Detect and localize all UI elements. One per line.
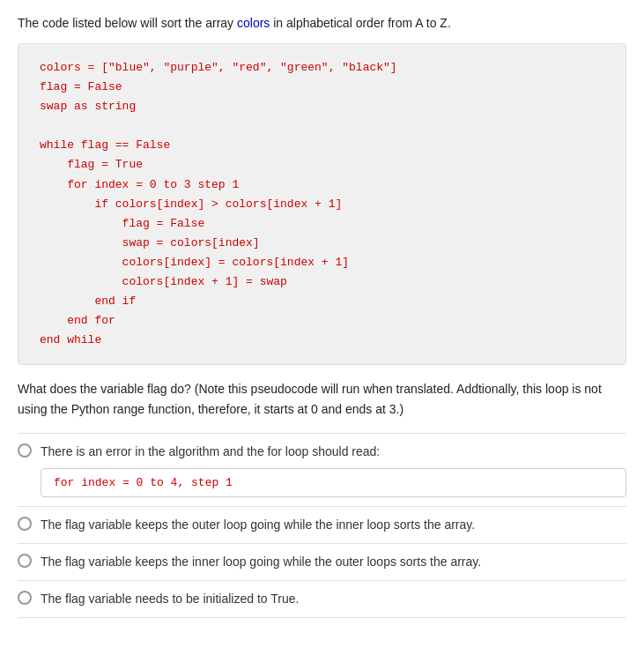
option-text: The flag variable keeps the inner loop g… [41, 553, 481, 571]
option-item: The flag variable keeps the inner loop g… [18, 543, 626, 580]
code-line: for index = 0 to 3 step 1 [40, 175, 604, 195]
code-line: if colors[index] > colors[index + 1] [40, 195, 604, 214]
highlight-word: colors [237, 16, 270, 30]
code-line: flag = True [40, 155, 604, 175]
option-label-row: The flag variable keeps the outer loop g… [18, 516, 626, 534]
code-line: flag = False [40, 214, 604, 234]
code-block: colors = ["blue", "purple", "red", "gree… [18, 43, 626, 365]
code-line [40, 116, 604, 136]
option-item: There is an error in the algorithm and t… [18, 433, 626, 506]
code-line: colors[index] = colors[index + 1] [40, 253, 604, 272]
option-item: The flag variable keeps the outer loop g… [18, 506, 626, 543]
options-list: There is an error in the algorithm and t… [18, 433, 626, 618]
code-line: while flag == False [40, 136, 604, 155]
option-text: The flag variable keeps the outer loop g… [41, 516, 475, 534]
code-line: swap = colors[index] [40, 234, 604, 253]
code-line: end if [40, 292, 604, 311]
code-line: colors = ["blue", "purple", "red", "gree… [40, 58, 604, 78]
option-code-box: for index = 0 to 4, step 1 [41, 468, 626, 497]
question-text: What does the variable flag do? (Note th… [18, 379, 626, 419]
option-label-row: The flag variable needs to be initialize… [18, 590, 626, 608]
code-line: end for [40, 311, 604, 331]
option-item: The flag variable needs to be initialize… [18, 580, 626, 618]
radio-option-4[interactable] [18, 591, 32, 605]
radio-option-2[interactable] [18, 517, 32, 531]
radio-option-3[interactable] [18, 554, 32, 568]
intro-text: The code listed below will sort the arra… [18, 14, 626, 33]
option-label-row: There is an error in the algorithm and t… [18, 443, 626, 461]
code-line: end while [40, 331, 604, 350]
code-line: colors[index + 1] = swap [40, 272, 604, 292]
option-label-row: The flag variable keeps the inner loop g… [18, 553, 626, 571]
option-text: There is an error in the algorithm and t… [41, 443, 380, 461]
radio-option-1[interactable] [18, 443, 32, 458]
code-line: flag = False [40, 78, 604, 97]
code-line: swap as string [40, 97, 604, 116]
option-text: The flag variable needs to be initialize… [41, 590, 299, 608]
